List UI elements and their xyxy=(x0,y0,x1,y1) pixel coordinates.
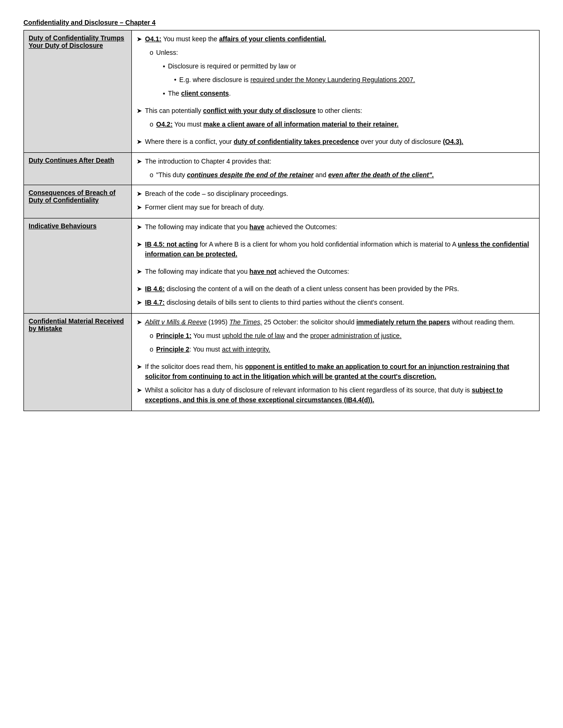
main-table: Duty of Confidentiality Trumps Your Duty… xyxy=(23,30,540,411)
square-icon-2: ▪ xyxy=(163,89,165,98)
chapter4-intro-text: The introduction to Chapter 4 provides t… xyxy=(145,157,271,166)
table-row: Duty Continues After Death ➤ The introdu… xyxy=(24,153,540,185)
ib-4-5-text: IB 4.5: not acting for A where B is a cl… xyxy=(145,240,534,259)
right-col-consequences: ➤ Breach of the code – so disciplinary p… xyxy=(132,185,540,218)
precedence-text: Where there is a conflict, your duty of … xyxy=(145,137,464,147)
table-row: Consequences of Breach of Duty of Confid… xyxy=(24,185,540,218)
arrow-icon-10: ➤ xyxy=(137,284,142,294)
unless-text: Unless: xyxy=(156,48,178,58)
left-col-indicative: Indicative Behaviours xyxy=(24,218,132,314)
o4-1-text: O4.1: You must keep the affairs of your … xyxy=(145,34,326,44)
client-consents-text: The client consents. xyxy=(168,89,231,98)
table-row: Indicative Behaviours ➤ The following ma… xyxy=(24,218,540,314)
left-col-received-by-mistake: Confidential Material Received by Mistak… xyxy=(24,314,132,411)
table-row: Duty of Confidentiality Trumps Your Duty… xyxy=(24,30,540,153)
duty-continues-quote: "This duty continues despite the end of … xyxy=(156,170,434,180)
circle-icon-4: o xyxy=(150,331,153,341)
page-title: Confidentiality and Disclosure – Chapter… xyxy=(23,19,540,26)
circle-icon: o xyxy=(150,48,153,58)
breach-code-text: Breach of the code – so disciplinary pro… xyxy=(145,189,288,199)
left-col-consequences: Consequences of Breach of Duty of Confid… xyxy=(24,185,132,218)
arrow-icon-8: ➤ xyxy=(137,240,142,249)
ablitt-text: Ablitt v Mills & Reeve (1995) The Times,… xyxy=(145,317,515,327)
ib-4-7-text: IB 4.7: disclosing details of bills sent… xyxy=(145,298,404,308)
arrow-icon-2: ➤ xyxy=(137,106,142,116)
principle-2-text: Principle 2: You must act with integrity… xyxy=(156,345,270,354)
table-row: Confidential Material Received by Mistak… xyxy=(24,314,540,411)
have-not-text: The following may indicate that you have… xyxy=(145,267,349,277)
right-col-indicative: ➤ The following may indicate that you ha… xyxy=(132,218,540,314)
duty-disclosure-exception-text: Whilst a solicitor has a duty of disclos… xyxy=(145,385,534,405)
conflict-text: This can potentially conflict with your … xyxy=(145,106,362,116)
bullet-icon: • xyxy=(174,75,176,85)
arrow-icon-9: ➤ xyxy=(137,267,142,277)
arrow-icon-3: ➤ xyxy=(137,137,142,147)
following-indicate-text: The following may indicate that you have… xyxy=(145,222,337,232)
arrow-icon-4: ➤ xyxy=(137,157,142,166)
principle-1-text: Principle 1: You must uphold the rule of… xyxy=(156,331,402,341)
arrow-icon: ➤ xyxy=(137,34,142,44)
opponent-entitled-text: If the solicitor does read them, his opp… xyxy=(145,362,534,382)
former-client-text: Former client may sue for breach of duty… xyxy=(145,203,264,212)
o4-2-text: O4.2: You must make a client aware of al… xyxy=(156,120,399,129)
square-icon: ▪ xyxy=(163,61,165,71)
arrow-icon-13: ➤ xyxy=(137,362,142,372)
left-col-duty-confidentiality: Duty of Confidentiality Trumps Your Duty… xyxy=(24,30,132,153)
circle-icon-2: o xyxy=(150,120,153,129)
money-laundering-text: E.g. where disclosure is required under … xyxy=(179,75,415,85)
circle-icon-5: o xyxy=(150,345,153,354)
disclosure-required-text: Disclosure is required or permitted by l… xyxy=(168,61,296,71)
left-col-duty-continues: Duty Continues After Death xyxy=(24,153,132,185)
arrow-icon-6: ➤ xyxy=(137,203,142,212)
right-col-received-by-mistake: ➤ Ablitt v Mills & Reeve (1995) The Time… xyxy=(132,314,540,411)
right-col-duty-confidentiality: ➤ O4.1: You must keep the affairs of you… xyxy=(132,30,540,153)
arrow-icon-7: ➤ xyxy=(137,222,142,232)
circle-icon-3: o xyxy=(150,170,153,180)
right-col-duty-continues: ➤ The introduction to Chapter 4 provides… xyxy=(132,153,540,185)
arrow-icon-5: ➤ xyxy=(137,189,142,199)
arrow-icon-11: ➤ xyxy=(137,298,142,308)
arrow-icon-12: ➤ xyxy=(137,317,142,327)
arrow-icon-14: ➤ xyxy=(137,385,142,395)
ib-4-6-text: IB 4.6: disclosing the content of a will… xyxy=(145,284,459,294)
